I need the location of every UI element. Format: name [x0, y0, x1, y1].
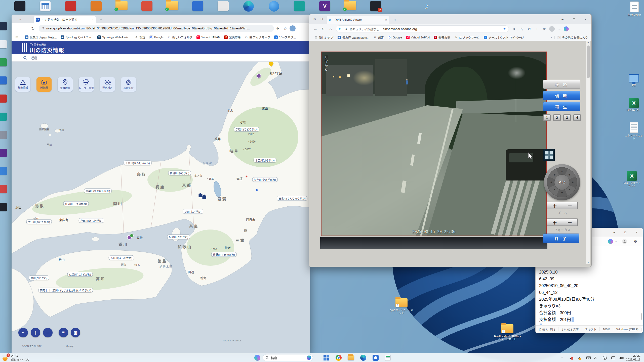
focus-minus-button[interactable]: － — [567, 219, 572, 226]
desktop-icon-pc[interactable]: PC — [625, 74, 643, 87]
zoom-minus-button[interactable]: － — [567, 202, 572, 209]
bookmark--[interactable]: ◑ソースネク... — [274, 35, 296, 39]
taskbar-edge-icon[interactable] — [359, 354, 367, 361]
edge-scrollbar[interactable]: ▲ ▼ — [586, 41, 590, 264]
downloads-icon[interactable]: ↓ — [533, 25, 541, 33]
desktop-icon-top-7[interactable] — [189, 1, 207, 12]
bookmark--[interactable]: ⚙設定 — [135, 35, 145, 39]
river-name-pill[interactable]: 千代川(せんだいがわ) — [124, 161, 152, 165]
ptz-arrow-2[interactable]: ▲ — [571, 180, 575, 184]
bookmark--japan-mete-[interactable]: ◉気象庁 Japan Mete... — [25, 35, 57, 39]
shortcut-folder-0[interactable]: ↗syasinn - ショートカット — [389, 298, 414, 315]
notepad-scrollbar[interactable] — [641, 313, 642, 320]
focus-plus-button[interactable]: ＋ — [552, 219, 557, 226]
channel-button-1[interactable]: 1 — [543, 114, 551, 121]
tray-tray-chevron[interactable]: ⌃ — [561, 355, 563, 360]
river-name-pill[interactable]: 四万十川（渡川）(しまんとがわ(わたりがわ)) — [38, 288, 93, 293]
bookmark-synology-quickcon-[interactable]: ◉Synology QuickCon... — [61, 35, 93, 39]
map-marker-purple[interactable] — [257, 74, 261, 78]
river-name-pill[interactable]: 天竜川(てんりゅうがわ) — [277, 196, 307, 201]
desktop-icon-txt[interactable]: 無線LAN.txt — [625, 2, 643, 17]
bookmark--japan-mete-[interactable]: ◉気象庁 Japan Mete... — [338, 35, 369, 39]
shortcut-folder-1[interactable]: ↗無人販売不正行為動画 - ショートカット — [494, 324, 521, 341]
desktop-icon-left-7[interactable] — [0, 149, 7, 157]
chevron-down-icon[interactable]: ⌄ — [615, 240, 617, 243]
notepad-close-button[interactable]: × — [631, 228, 642, 237]
bookmark--[interactable]: R楽天市場 — [224, 35, 240, 39]
tab-search-chevron[interactable]: ⌄ — [18, 17, 23, 22]
desktop-icon-doc[interactable]: …ショートカット — [625, 122, 643, 140]
bookmark--[interactable]: ▤新しいタブ — [314, 35, 334, 39]
desktop-icon-left-2[interactable] — [0, 58, 7, 66]
more-options-icon[interactable]: ⋯ — [556, 25, 563, 33]
edge-address-bar[interactable]: e ▲ セキュリティ保護なし sinsenyasai.nsddns.org ★ — [336, 25, 509, 32]
quad-view-button[interactable] — [543, 149, 555, 161]
extensions-icon[interactable]: ❖ — [274, 25, 281, 32]
bookmark-ie-[interactable]: 🗀IE ブックマーク — [245, 35, 270, 39]
edge-minimize-button[interactable]: – — [557, 14, 568, 24]
taskbar-search-box[interactable]: 検索 — [263, 354, 313, 361]
desktop-icon-left-6[interactable] — [0, 131, 7, 139]
map-marker-red[interactable] — [246, 175, 248, 178]
river-name-pill[interactable]: 紀の川(きのかわ) — [167, 235, 190, 239]
scrollbar-thumb[interactable] — [587, 46, 590, 78]
favorites-icon[interactable]: ☆ — [518, 25, 526, 33]
desktop-icon-excel[interactable]: X05a…ショートカット — [623, 171, 641, 188]
notepad-maximize-button[interactable]: □ — [620, 228, 631, 237]
map-control-zoom-in[interactable]: ＋ — [31, 328, 40, 337]
map-control-legend[interactable]: ≡ — [59, 328, 68, 337]
focus-rocker[interactable]: ＋ － — [547, 218, 578, 226]
extensions-puzzle-icon[interactable]: ❖ — [510, 25, 518, 33]
history-icon[interactable]: ↺ — [526, 25, 533, 33]
copilot-icon[interactable] — [608, 239, 613, 244]
notepad-minimize-button[interactable]: – — [609, 228, 620, 237]
map-button-レーダー雨量[interactable]: レーダー雨量 — [79, 77, 94, 92]
river-name-pill[interactable]: 手取川(てどりがわ) — [234, 127, 259, 132]
ie-mode-reload-icon[interactable]: ⟳ — [541, 25, 548, 33]
map-marker-house[interactable] — [203, 196, 206, 199]
desktop-icon-top-11[interactable] — [290, 1, 308, 12]
taskbar-copilot-icon[interactable] — [254, 354, 261, 361]
river-name-pill[interactable]: 太田川(おおたがわ) — [26, 219, 52, 224]
favorite-star-icon[interactable]: ★ — [503, 27, 506, 31]
zoom-plus-button[interactable]: ＋ — [552, 202, 557, 209]
reload-button[interactable]: ↻ — [29, 25, 37, 32]
tray-ime-a[interactable]: A — [594, 355, 596, 360]
desktop-icon-top-5[interactable] — [138, 1, 156, 12]
taskbar-photos-icon[interactable] — [372, 354, 379, 361]
bookmark-synology-web-assis-[interactable]: ◎Synology Web Assis... — [97, 35, 131, 39]
back-button[interactable]: ← — [14, 25, 22, 32]
bookmark-star-icon[interactable]: ☆ — [281, 25, 289, 32]
bookmark--[interactable]: ⚙設定 — [373, 35, 384, 39]
taskbar-explorer-icon[interactable] — [347, 354, 355, 361]
map-button-発表情報[interactable]: 発表情報 — [15, 77, 30, 92]
tab-close-icon[interactable]: × — [92, 18, 94, 21]
map-button-観測所[interactable]: 観測所 — [36, 77, 52, 92]
river-name-pill[interactable]: 仁淀川(によどがわ) — [67, 272, 93, 277]
desktop-icon-left-5[interactable] — [0, 113, 7, 121]
map-control-locate[interactable]: ⌖ — [18, 328, 28, 337]
river-name-pill[interactable]: 江の川(ごうのかわ) — [63, 201, 89, 206]
profile-avatar[interactable] — [290, 25, 296, 31]
bookmark-google[interactable]: GGoogle — [388, 36, 402, 39]
tab-workspaces-icon[interactable]: ⧉ — [312, 16, 318, 22]
ptz-arrow-0[interactable]: ▲ — [560, 169, 564, 173]
bookmark-yahoo-japan[interactable]: Y!Yahoo! JAPAN — [196, 35, 220, 39]
channel-button-2[interactable]: 2 — [553, 114, 561, 121]
account-icon[interactable] — [622, 239, 627, 244]
site-controls-icon[interactable]: ⩨ — [42, 27, 44, 30]
river-name-pill[interactable]: 高梁川(たかはしがわ) — [84, 189, 112, 193]
desktop-icon-left-9[interactable] — [0, 185, 7, 193]
map-control-basemap[interactable]: ▣ — [71, 328, 80, 337]
desktop-icon-top-8[interactable] — [214, 1, 232, 12]
edge-back-button[interactable]: ← — [312, 25, 319, 33]
desktop-icon-top-3[interactable] — [87, 1, 105, 12]
map-control-zoom-out[interactable]: － — [43, 328, 53, 337]
taskbar-start-icon[interactable] — [323, 354, 330, 361]
river-name-pill[interactable]: 木曽川(きそがわ) — [254, 158, 276, 163]
edge-home-button[interactable]: ⌂ — [327, 25, 334, 33]
apps-grid-icon[interactable]: ⊞ — [15, 35, 19, 39]
camera-video-frame[interactable]: 町守から 2025-08-15 20:22:36 — [321, 52, 547, 236]
river-name-pill[interactable]: 熊野川(くまのがわ) — [211, 252, 237, 257]
ptz-arrow-6[interactable]: ▲ — [549, 180, 553, 184]
